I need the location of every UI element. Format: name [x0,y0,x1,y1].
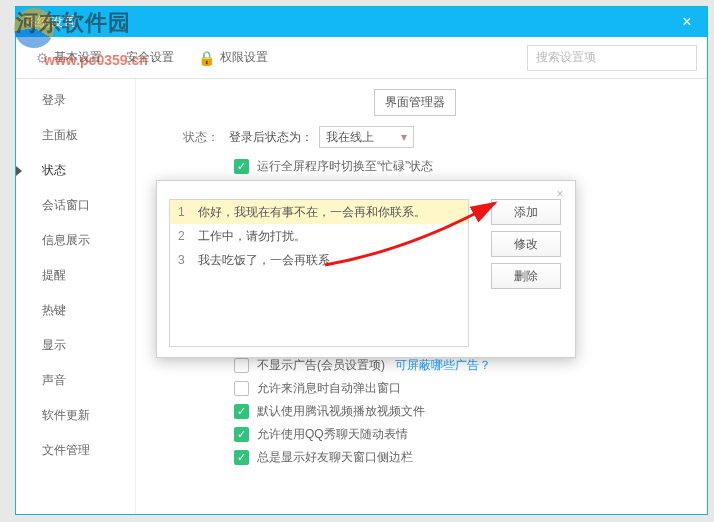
list-item[interactable]: 2 工作中，请勿打扰。 [170,224,468,248]
qq-show-emoji-label: 允许使用QQ秀聊天随动表情 [257,426,408,443]
tab-security-settings[interactable]: 安全设置 [126,49,174,66]
row-number: 1 [178,205,198,219]
tab-permission-label: 权限设置 [220,49,268,66]
ui-manager-row: 界面管理器 [154,89,689,116]
autoreply-list[interactable]: 1 你好，我现在有事不在，一会再和你联系。 2 工作中，请勿打扰。 3 我去吃饭… [169,199,469,347]
popup-on-msg-option[interactable]: 允许来消息时自动弹出窗口 [154,380,689,397]
check-icon: ✓ [234,450,249,465]
modify-button[interactable]: 修改 [491,231,561,257]
status-label: 状态： [154,129,229,146]
delete-button[interactable]: 删除 [491,263,561,289]
chevron-down-icon: ▾ [401,130,407,144]
no-ads-label: 不显示广告(会员设置项) [257,357,385,374]
tab-security-label: 安全设置 [126,49,174,66]
sidebar-item-update[interactable]: 软件更新 [16,398,135,433]
always-sidebar-option[interactable]: ✓ 总是显示好友聊天窗口侧边栏 [154,449,689,466]
close-icon[interactable]: × [675,10,699,34]
fullscreen-busy-label: 运行全屏程序时切换至“忙碌”状态 [257,158,433,175]
sidebar-item-remind[interactable]: 提醒 [16,258,135,293]
tab-basic-label: 基本设置 [54,49,102,66]
tab-basic-settings[interactable]: ⚙ 基本设置 [36,49,102,66]
login-status-value: 我在线上 [326,129,374,146]
list-item[interactable]: 3 我去吃饭了，一会再联系。 [170,248,468,272]
check-icon: ✓ [234,159,249,174]
titlebar: 系统设置 × [16,7,707,37]
list-item[interactable]: 1 你好，我现在有事不在，一会再和你联系。 [170,200,468,224]
gear-icon: ⚙ [36,50,49,66]
sidebar-item-files[interactable]: 文件管理 [16,433,135,468]
row-number: 3 [178,253,198,267]
sidebar-item-info[interactable]: 信息展示 [16,223,135,258]
login-status-select[interactable]: 我在线上 ▾ [319,126,414,148]
tab-permission-settings[interactable]: 🔒 权限设置 [198,49,268,66]
sidebar-item-sound[interactable]: 声音 [16,363,135,398]
checkbox-icon [234,381,249,396]
tencent-video-option[interactable]: ✓ 默认使用腾讯视频播放视频文件 [154,403,689,420]
sidebar-item-display[interactable]: 显示 [16,328,135,363]
row-text: 工作中，请勿打扰。 [198,228,306,245]
top-tabs: ⚙ 基本设置 安全设置 🔒 权限设置 搜索设置项 [16,37,707,79]
ui-manager-button[interactable]: 界面管理器 [374,89,456,116]
sidebar-item-session[interactable]: 会话窗口 [16,188,135,223]
lock-icon: 🔒 [198,50,215,66]
add-button[interactable]: 添加 [491,199,561,225]
no-ads-option[interactable]: 不显示广告(会员设置项) 可屏蔽哪些广告？ [154,357,689,374]
sidebar-item-login[interactable]: 登录 [16,83,135,118]
popup-on-msg-label: 允许来消息时自动弹出窗口 [257,380,401,397]
always-sidebar-label: 总是显示好友聊天窗口侧边栏 [257,449,413,466]
row-number: 2 [178,229,198,243]
sidebar-item-status[interactable]: 状态 [16,153,135,188]
autoreply-dialog: × 1 你好，我现在有事不在，一会再和你联系。 2 工作中，请勿打扰。 3 我去… [156,180,576,358]
check-icon: ✓ [234,404,249,419]
fullscreen-busy-option[interactable]: ✓ 运行全屏程序时切换至“忙碌”状态 [154,158,689,175]
search-input[interactable]: 搜索设置项 [527,45,697,71]
check-icon: ✓ [234,427,249,442]
window-title: 系统设置 [24,13,76,31]
search-placeholder: 搜索设置项 [536,49,596,66]
status-row: 状态： 登录后状态为： 我在线上 ▾ [154,126,689,148]
sidebar-item-hotkey[interactable]: 热键 [16,293,135,328]
login-status-label: 登录后状态为： [229,129,313,146]
sidebar: 登录 主面板 状态 会话窗口 信息展示 提醒 热键 显示 声音 软件更新 文件管… [16,79,136,514]
qq-show-emoji-option[interactable]: ✓ 允许使用QQ秀聊天随动表情 [154,426,689,443]
checkbox-icon [234,358,249,373]
sidebar-item-mainpanel[interactable]: 主面板 [16,118,135,153]
no-ads-link[interactable]: 可屏蔽哪些广告？ [395,357,491,374]
tencent-video-label: 默认使用腾讯视频播放视频文件 [257,403,425,420]
row-text: 你好，我现在有事不在，一会再和你联系。 [198,204,426,221]
row-text: 我去吃饭了，一会再联系。 [198,252,342,269]
